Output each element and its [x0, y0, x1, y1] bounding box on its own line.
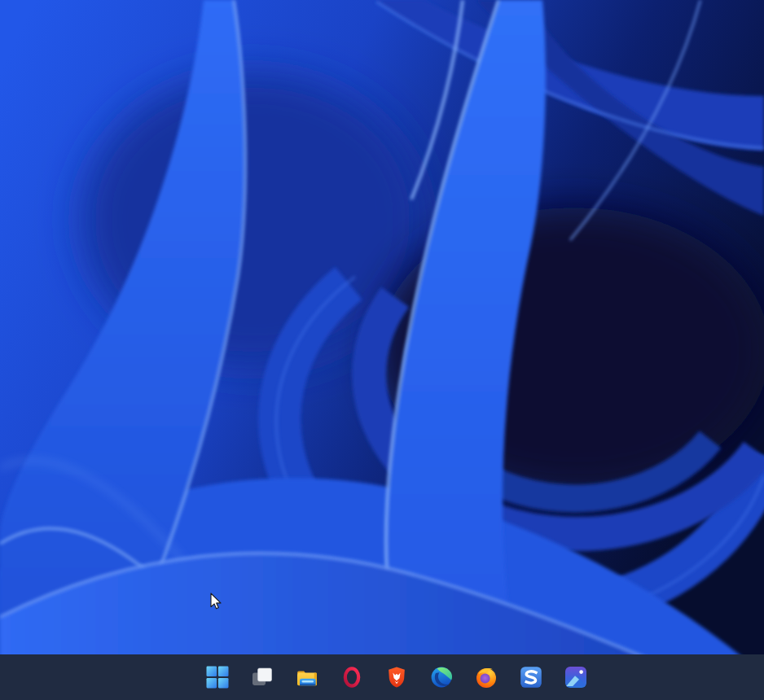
file-explorer-icon: [295, 665, 319, 689]
taskbar-brave-button[interactable]: [380, 661, 413, 693]
desktop-wallpaper[interactable]: [0, 0, 764, 700]
taskbar-task-view-button[interactable]: [246, 661, 279, 693]
opera-icon: [340, 665, 364, 689]
taskbar-opera-button[interactable]: [336, 661, 368, 693]
firefox-icon: [474, 665, 498, 689]
brave-icon: [384, 665, 409, 689]
taskbar-slimjet-button[interactable]: [515, 661, 547, 693]
photos-gallery-icon: [564, 665, 588, 689]
taskbar-start-button[interactable]: [201, 661, 234, 693]
edge-icon: [429, 665, 454, 689]
taskbar-firefox-button[interactable]: [470, 661, 503, 693]
taskbar: [0, 654, 764, 700]
taskbar-photos-button[interactable]: [560, 661, 592, 693]
taskbar-edge-button[interactable]: [425, 661, 458, 693]
task-view-icon: [250, 665, 274, 689]
windows-start-icon: [205, 665, 230, 689]
taskbar-file-explorer-button[interactable]: [291, 661, 323, 693]
slimjet-s-icon: [519, 665, 543, 689]
